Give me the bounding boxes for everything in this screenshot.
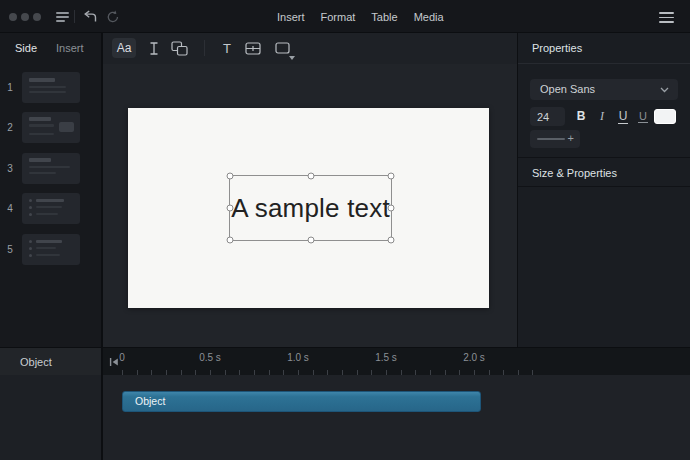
slide-row[interactable]: 4 — [0, 193, 103, 224]
tab-side[interactable]: Side — [15, 33, 37, 64]
ruler-tick-label: 0 — [119, 352, 125, 363]
top-menu-bar: Insert Format Table Media — [0, 0, 690, 33]
secondary-toolbar-row: Side Insert Aa T Properties — [0, 33, 690, 64]
slide-number: 5 — [4, 234, 16, 265]
timeline-body: Object — [0, 375, 690, 460]
stroke-slider[interactable]: + — [530, 130, 580, 148]
shapes-icon[interactable] — [169, 38, 189, 58]
timeline-track[interactable]: Object — [103, 375, 690, 460]
ruler-tick-label: 1.5 s — [375, 352, 397, 363]
slide-thumbnail[interactable] — [22, 234, 80, 265]
caret-down-icon — [289, 56, 295, 60]
presentation-editor-window: Insert Format Table Media Side Insert Aa… — [0, 0, 690, 460]
size-properties-title[interactable]: Size & Properties — [532, 163, 617, 183]
overflow-menu-icon[interactable] — [659, 12, 674, 23]
redo-icon[interactable] — [104, 9, 122, 24]
slide-row[interactable]: 3 — [0, 153, 103, 184]
resize-handle-sw[interactable] — [227, 237, 234, 244]
slide-thumbnail[interactable] — [22, 153, 80, 184]
timeline-row-header[interactable]: Object — [0, 348, 103, 376]
tab-insert[interactable]: Insert — [56, 33, 84, 64]
animation-bar[interactable]: Object — [122, 391, 481, 412]
resize-handle-w[interactable] — [227, 205, 234, 212]
italic-button[interactable]: I — [594, 107, 610, 126]
animation-bar-label: Object — [135, 392, 165, 411]
slide-row[interactable]: 2 — [0, 112, 103, 143]
slide-number: 1 — [4, 72, 16, 103]
divider — [518, 186, 690, 187]
resize-handle-e[interactable] — [388, 205, 395, 212]
menu-icon[interactable] — [56, 12, 69, 22]
ruler-tick-label: 2.0 s — [463, 352, 485, 363]
resize-handle-nw[interactable] — [227, 173, 234, 180]
resize-handle-s[interactable] — [307, 237, 314, 244]
menu-item-insert[interactable]: Insert — [277, 11, 305, 23]
slide-text[interactable]: A sample text — [231, 193, 390, 224]
menu-item-table[interactable]: Table — [371, 11, 397, 23]
window-controls[interactable] — [9, 13, 41, 21]
slide-canvas[interactable]: A sample text — [103, 64, 518, 347]
plus-icon[interactable]: + — [568, 130, 574, 148]
divider — [517, 33, 518, 347]
menu-bar: Insert Format Table Media — [277, 0, 444, 33]
properties-title: Properties — [532, 33, 582, 64]
timeline-ruler[interactable]: 0 0.5 s 1.0 s 1.5 s 2.0 s — [103, 348, 690, 376]
divider — [518, 157, 690, 158]
timeline-row-gutter — [0, 375, 103, 460]
font-size-input[interactable] — [530, 107, 565, 126]
resize-handle-ne[interactable] — [388, 173, 395, 180]
selected-text-box[interactable]: A sample text — [229, 175, 392, 241]
divider — [204, 40, 205, 56]
underline-button[interactable]: U — [614, 107, 632, 126]
timeline-header: Object 0 0.5 s 1.0 s 1.5 s 2.0 s — [0, 347, 690, 375]
text-color-swatch[interactable] — [654, 109, 676, 124]
sidebar-tab-strip: Side Insert — [0, 33, 103, 64]
bold-button[interactable]: B — [572, 107, 590, 126]
ruler-tick-label: 1.0 s — [287, 352, 309, 363]
shape-dropdown-icon[interactable] — [272, 38, 292, 58]
timeline-row-label: Object — [20, 348, 52, 376]
menu-item-media[interactable]: Media — [414, 11, 444, 23]
slide-number: 3 — [4, 153, 16, 184]
properties-panel: Open Sans B I U U + Size & Properties — [518, 64, 690, 347]
text-tool-button[interactable]: T — [218, 38, 236, 58]
slide-row[interactable]: 5 — [0, 234, 103, 265]
resize-handle-n[interactable] — [307, 173, 314, 180]
properties-header: Properties — [518, 33, 690, 64]
slide-number: 2 — [4, 112, 16, 143]
ruler-tick-label: 0.5 s — [199, 352, 221, 363]
table-field-icon[interactable] — [243, 38, 263, 58]
underline-alt-button[interactable]: U — [634, 107, 652, 126]
font-family-select[interactable]: Open Sans — [530, 79, 678, 100]
resize-handle-se[interactable] — [388, 237, 395, 244]
font-family-value: Open Sans — [540, 79, 595, 100]
chevron-down-icon — [660, 87, 669, 93]
slide-list: 1 2 3 4 — [0, 64, 103, 347]
divider — [101, 33, 103, 460]
undo-icon[interactable] — [81, 9, 99, 24]
slide-thumbnail[interactable] — [22, 112, 80, 143]
slide-number: 4 — [4, 193, 16, 224]
slider-track[interactable] — [537, 138, 565, 140]
menu-item-format[interactable]: Format — [321, 11, 356, 23]
text-cursor-icon[interactable] — [145, 38, 163, 58]
slide-thumbnail[interactable] — [22, 193, 80, 224]
divider — [74, 10, 75, 23]
slide-thumbnail[interactable] — [22, 72, 80, 103]
slide[interactable]: A sample text — [128, 108, 489, 308]
editor-toolbar: Aa T — [103, 33, 518, 64]
slide-row[interactable]: 1 — [0, 72, 103, 103]
text-style-button[interactable]: Aa — [112, 38, 136, 58]
